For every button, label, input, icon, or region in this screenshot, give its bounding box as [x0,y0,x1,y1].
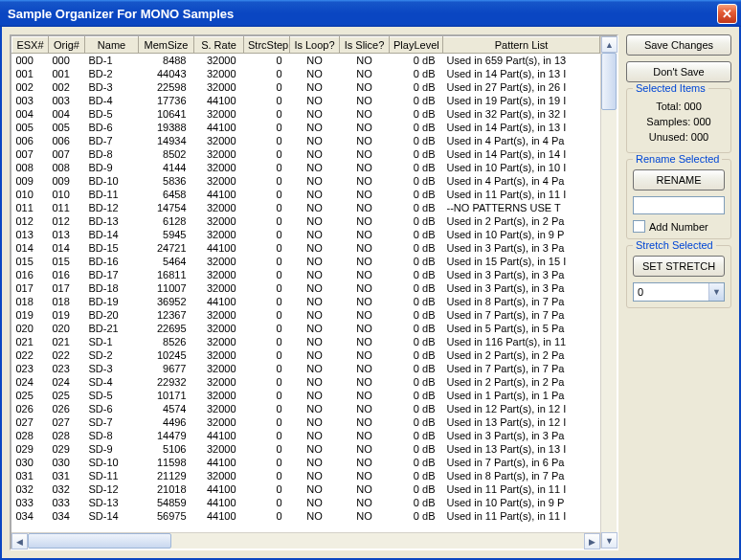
table-cell: 028 [49,429,85,442]
table-row[interactable]: 014014BD-1524721441000NONO0 dBUsed in 3 … [12,241,600,255]
table-row[interactable]: 020020BD-2122695320000NONO0 dBUsed in 5 … [12,322,600,335]
table-row[interactable]: 002002BD-322598320000NONO0 dBUsed in 27 … [12,80,600,94]
column-header[interactable]: Is Loop? [290,37,340,54]
table-row[interactable]: 003003BD-417736441000NONO0 dBUsed in 19 … [12,94,600,107]
column-header[interactable]: Is Slice? [340,37,390,54]
column-header[interactable]: Orig# [49,37,85,54]
scroll-left-icon[interactable]: ◀ [11,533,28,549]
hscroll-thumb[interactable] [28,533,171,549]
table-cell: 028 [12,429,49,442]
table-cell: SD-2 [85,348,139,362]
table-cell: 023 [12,362,49,375]
table-row[interactable]: 017017BD-1811007320000NONO0 dBUsed in 3 … [12,281,600,295]
vertical-scrollbar[interactable]: ▲ ▼ [600,36,617,549]
chevron-down-icon[interactable]: ▼ [708,283,724,301]
table-cell: 025 [49,389,85,402]
vscroll-thumb[interactable] [601,53,617,110]
table-cell: Used in 3 Part(s), in 3 Pa [443,281,600,295]
table-row[interactable]: 004004BD-510641320000NONO0 dBUsed in 32 … [12,107,600,121]
table-row[interactable]: 006006BD-714934320000NONO0 dBUsed in 4 P… [12,134,600,147]
table-cell: Used in 3 Part(s), in 3 Pa [443,429,600,442]
stretch-combo[interactable]: 0 ▼ [633,282,725,302]
table-row[interactable]: 019019BD-2012367320000NONO0 dBUsed in 7 … [12,308,600,322]
table-cell: BD-13 [85,214,139,228]
table-cell: Used in 10 Part(s), in 10 I [443,161,600,174]
table-cell: 002 [12,80,49,94]
table-cell: 44100 [194,429,244,442]
horizontal-scrollbar[interactable]: ◀ ▶ [11,532,600,549]
table-cell: 005 [12,121,49,134]
column-header[interactable]: ESX# [12,37,49,54]
scroll-up-icon[interactable]: ▲ [601,36,618,53]
table-cell: 0 dB [390,415,443,429]
table-cell: NO [290,362,340,375]
table-row[interactable]: 011011BD-1214754320000NONO0 dB--NO PATTE… [12,201,600,214]
table-cell: 44100 [194,456,244,469]
table-cell: 11598 [139,456,194,469]
table-cell: SD-11 [85,469,139,482]
table-row[interactable]: 031031SD-1121129320000NONO0 dBUsed in 8 … [12,469,600,482]
table-row[interactable]: 027027SD-74496320000NONO0 dBUsed in 13 P… [12,415,600,429]
save-changes-button[interactable]: Save Changes [626,34,731,56]
table-row[interactable]: 018018BD-1936952441000NONO0 dBUsed in 8 … [12,295,600,308]
table-cell: BD-6 [85,121,139,134]
rename-button[interactable]: RENAME [633,169,725,190]
table-row[interactable]: 025025SD-510171320000NONO0 dBUsed in 1 P… [12,389,600,402]
table-row[interactable]: 022022SD-210245320000NONO0 dBUsed in 2 P… [12,348,600,362]
table-row[interactable]: 015015BD-165464320000NONO0 dBUsed in 15 … [12,255,600,268]
table-cell: 014 [49,241,85,255]
table-scroll-area[interactable]: ESX#Orig#NameMemSizeS. RateStrcStepIs Lo… [11,36,600,532]
table-row[interactable]: 032032SD-1221018441000NONO0 dBUsed in 11… [12,482,600,496]
column-header[interactable]: S. Rate [194,37,244,54]
table-row[interactable]: 034034SD-1456975441000NONO0 dBUsed in 11… [12,509,600,523]
table-cell: 14934 [139,134,194,147]
table-row[interactable]: 021021SD-18526320000NONO0 dBUsed in 116 … [12,335,600,348]
set-stretch-button[interactable]: SET STRETCH [633,256,725,277]
table-row[interactable]: 013013BD-145945320000NONO0 dBUsed in 10 … [12,228,600,241]
table-row[interactable]: 008008BD-94144320000NONO0 dBUsed in 10 P… [12,161,600,174]
table-row[interactable]: 000000BD-18488320000NONO0 dBUsed in 659 … [12,54,600,68]
table-row[interactable]: 007007BD-88502320000NONO0 dBUsed in 14 P… [12,147,600,161]
sample-table-panel: ESX#Orig#NameMemSizeS. RateStrcStepIs Lo… [10,34,618,550]
table-cell: NO [340,241,390,255]
column-header[interactable]: Pattern List [443,37,600,54]
table-cell: 21018 [139,482,194,496]
column-header[interactable]: StrcStep [244,37,290,54]
table-cell: NO [290,201,340,214]
table-row[interactable]: 001001BD-244043320000NONO0 dBUsed in 14 … [12,67,600,80]
table-row[interactable]: 016016BD-1716811320000NONO0 dBUsed in 3 … [12,268,600,281]
table-row[interactable]: 023023SD-39677320000NONO0 dBUsed in 7 Pa… [12,362,600,375]
table-row[interactable]: 010010BD-116458441000NONO0 dBUsed in 11 … [12,188,600,201]
rename-input[interactable] [633,196,725,214]
sample-table[interactable]: ESX#Orig#NameMemSizeS. RateStrcStepIs Lo… [11,36,600,523]
table-row[interactable]: 026026SD-64574320000NONO0 dBUsed in 12 P… [12,402,600,415]
column-header[interactable]: MemSize [139,37,194,54]
table-cell: NO [340,80,390,94]
table-cell: NO [340,228,390,241]
dont-save-button[interactable]: Don't Save [626,61,731,82]
scroll-down-icon[interactable]: ▼ [601,532,618,549]
table-cell: 4144 [139,161,194,174]
table-row[interactable]: 030030SD-1011598441000NONO0 dBUsed in 7 … [12,456,600,469]
add-number-checkbox[interactable]: Add Number [633,220,725,233]
table-row[interactable]: 009009BD-105836320000NONO0 dBUsed in 4 P… [12,174,600,188]
table-cell: 54859 [139,496,194,509]
table-row[interactable]: 028028SD-814479441000NONO0 dBUsed in 3 P… [12,429,600,442]
table-row[interactable]: 024024SD-422932320000NONO0 dBUsed in 2 P… [12,375,600,389]
table-cell: NO [340,442,390,456]
table-cell: NO [290,335,340,348]
table-row[interactable]: 012012BD-136128320000NONO0 dBUsed in 2 P… [12,214,600,228]
table-row[interactable]: 033033SD-1354859441000NONO0 dBUsed in 10… [12,496,600,509]
table-cell: Used in 13 Part(s), in 13 I [443,442,600,456]
table-cell: 0 [244,348,290,362]
column-header[interactable]: PlayLevel [390,37,443,54]
table-cell: 0 dB [390,509,443,523]
table-cell: 8526 [139,335,194,348]
rename-title: Rename Selected [633,153,722,165]
table-cell: 0 dB [390,174,443,188]
close-button[interactable]: ✕ [717,4,737,24]
table-row[interactable]: 005005BD-619388441000NONO0 dBUsed in 14 … [12,121,600,134]
scroll-right-icon[interactable]: ▶ [584,533,600,549]
column-header[interactable]: Name [85,37,139,54]
table-row[interactable]: 029029SD-95106320000NONO0 dBUsed in 13 P… [12,442,600,456]
